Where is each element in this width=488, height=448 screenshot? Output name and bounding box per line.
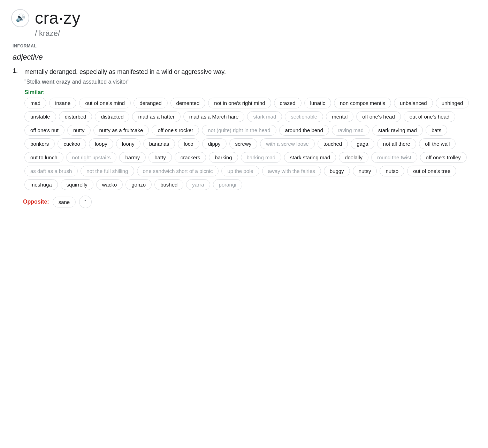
similar-tag[interactable]: barking mad [241, 152, 282, 163]
similar-tag[interactable]: raving mad [332, 125, 369, 136]
similar-tag[interactable]: screwy [229, 138, 258, 149]
similar-tag[interactable]: not all there [377, 138, 416, 149]
similar-tag[interactable]: nutty [67, 125, 91, 136]
similar-tag[interactable]: lunatic [304, 98, 331, 108]
similar-tag[interactable]: loopy [89, 138, 113, 149]
similar-tag[interactable]: not in one's right mind [208, 98, 271, 108]
similar-tag[interactable]: bananas [143, 138, 175, 149]
similar-tag[interactable]: meshuga [24, 179, 58, 190]
similar-tag[interactable]: disturbed [59, 111, 92, 122]
similar-tag[interactable]: unhinged [436, 98, 469, 108]
similar-tag[interactable]: off one's nut [24, 125, 64, 136]
similar-tag[interactable]: barking [209, 152, 238, 163]
similar-label: Similar: [24, 89, 45, 95]
similar-tag[interactable]: stark staring mad [284, 152, 336, 163]
similar-tag[interactable]: loony [116, 138, 140, 149]
similar-tag[interactable]: off the wall [419, 138, 456, 149]
similar-tag[interactable]: out of one's mind [79, 98, 131, 108]
similar-tag[interactable]: not (quite) right in the head [202, 125, 276, 136]
similar-tag[interactable]: around the bend [279, 125, 329, 136]
similar-tag[interactable]: barmy [119, 152, 146, 163]
similar-tag[interactable]: dippy [202, 138, 227, 149]
similar-tag[interactable]: out of one's tree [407, 166, 456, 176]
similar-tag[interactable]: off one's trolley [420, 152, 467, 163]
pronunciation: /ˈkrāzē/ [35, 29, 477, 38]
similar-tag[interactable]: nutsy [353, 166, 377, 176]
similar-tag[interactable]: porangi [213, 179, 242, 190]
similar-tag[interactable]: demented [170, 98, 206, 108]
similar-tag[interactable]: sectionable [285, 111, 323, 122]
similar-tag[interactable]: cuckoo [58, 138, 86, 149]
similar-tag[interactable]: bats [426, 125, 447, 136]
similar-tag[interactable]: crackers [175, 152, 206, 163]
similar-tag[interactable]: stark mad [247, 111, 282, 122]
similar-tag[interactable]: touched [318, 138, 348, 149]
similar-tag[interactable]: bushed [154, 179, 183, 190]
similar-tag[interactable]: gaga [351, 138, 374, 149]
similar-section: Similar: madinsaneout of one's mindderan… [24, 89, 477, 190]
speaker-button[interactable]: 🔊 [11, 9, 29, 27]
similar-tag[interactable]: out to lunch [24, 152, 63, 163]
similar-tag[interactable]: unstable [24, 111, 56, 122]
similar-tag[interactable]: non compos mentis [334, 98, 391, 108]
similar-tag[interactable]: unbalanced [394, 98, 433, 108]
similar-tag[interactable]: loco [178, 138, 199, 149]
similar-tag[interactable]: yarra [186, 179, 210, 190]
similar-tag[interactable]: batty [148, 152, 172, 163]
similar-tag[interactable]: not right upstairs [66, 152, 117, 163]
opposite-section: Opposite: sane ⌃ [23, 196, 477, 208]
similar-tag[interactable]: wacko [96, 179, 123, 190]
similar-tag[interactable]: mad [24, 98, 46, 108]
similar-tag[interactable]: buggy [324, 166, 350, 176]
similar-tag[interactable]: gonzo [125, 179, 152, 190]
similar-tag[interactable]: mad as a March hare [183, 111, 245, 122]
similar-tag[interactable]: insane [49, 98, 76, 108]
similar-tag[interactable]: up the pole [221, 166, 259, 176]
similar-tag[interactable]: one sandwich short of a picnic [137, 166, 219, 176]
word-header: 🔊 cra·zy [11, 8, 477, 28]
similar-tag[interactable]: away with the fairies [262, 166, 321, 176]
similar-tag[interactable]: squirrelly [61, 179, 93, 190]
similar-tag[interactable]: bonkers [24, 138, 55, 149]
similar-tag[interactable]: mental [326, 111, 353, 122]
similar-tag[interactable]: distracted [95, 111, 129, 122]
collapse-button[interactable]: ⌃ [79, 196, 92, 208]
definition-text: mentally deranged, especially as manifes… [24, 67, 226, 77]
word-title: cra·zy [35, 8, 81, 28]
similar-tag[interactable]: out of one's head [404, 111, 456, 122]
similar-tag[interactable]: as daft as a brush [24, 166, 78, 176]
similar-tag[interactable]: not the full shilling [81, 166, 134, 176]
opposite-label: Opposite: [23, 199, 49, 205]
similar-tag[interactable]: stark raving mad [372, 125, 423, 136]
opposite-tag[interactable]: sane [53, 197, 76, 207]
similar-tag[interactable]: deranged [134, 98, 167, 108]
example-bold: went crazy [42, 79, 70, 85]
register-label: INFORMAL [13, 44, 477, 48]
similar-tag[interactable]: off one's head [356, 111, 401, 122]
definition-example: "Stella went crazy and assaulted a visit… [24, 79, 477, 85]
similar-tag[interactable]: nutty as a fruitcake [93, 125, 149, 136]
part-of-speech: adjective [13, 53, 477, 62]
definition-number-row: 1. mentally deranged, especially as mani… [13, 67, 477, 77]
similar-tag[interactable]: doolally [339, 152, 368, 163]
similar-tag[interactable]: off one's rocker [152, 125, 199, 136]
def-number: 1. [13, 67, 21, 75]
speaker-icon: 🔊 [16, 14, 25, 23]
similar-tag[interactable]: nutso [380, 166, 404, 176]
similar-tag[interactable]: with a screw loose [260, 138, 315, 149]
similar-tag[interactable]: mad as a hatter [132, 111, 180, 122]
similar-tag[interactable]: round the twist [371, 152, 417, 163]
similar-tag[interactable]: crazed [274, 98, 302, 108]
definition-block: 1. mentally deranged, especially as mani… [13, 67, 477, 190]
similar-tags-container: madinsaneout of one's mindderangeddement… [24, 98, 477, 190]
